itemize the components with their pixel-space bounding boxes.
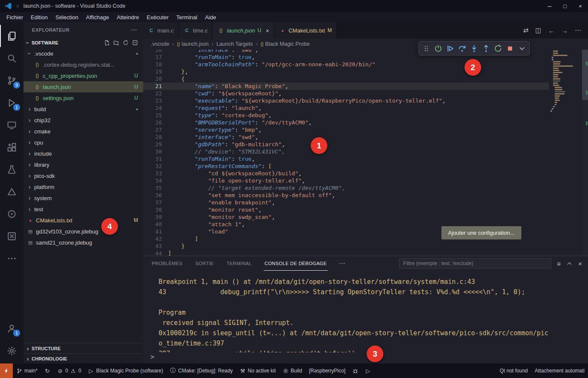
editor-scrollbar[interactable] [582, 50, 588, 256]
close-button[interactable]: × [573, 0, 588, 12]
close-icon[interactable]: × [265, 27, 269, 34]
navigate-forward-icon[interactable]: → [562, 27, 568, 34]
console-filter-input[interactable] [399, 258, 551, 269]
step-into-button[interactable] [469, 43, 479, 54]
maximize-panel-icon[interactable] [566, 260, 573, 267]
tab-launch-json[interactable]: {}launch.jsonU× [213, 22, 274, 38]
collapse-all-icon[interactable] [132, 40, 138, 46]
tab-main-c[interactable]: Cmain.c [143, 22, 179, 38]
tree-item-chip32[interactable]: ›chip32 [24, 115, 143, 126]
activitybar-testing[interactable] [0, 158, 24, 180]
statusbar-build[interactable]: Build [279, 363, 306, 378]
maximize-button[interactable]: □ [557, 0, 573, 12]
statusbar-sync[interactable]: ↻ [41, 363, 54, 378]
section-chronologie[interactable]: ›CHRONOLOGIE [24, 353, 143, 363]
tree-item-platform[interactable]: ›platform [24, 181, 143, 192]
tree-item-test[interactable]: ›test [24, 204, 143, 215]
breadcrumb-item-vscode[interactable]: .vscode [151, 41, 169, 47]
activitybar-source-control[interactable]: 9 [0, 69, 24, 92]
open-changes-icon[interactable]: ⇄ [523, 27, 529, 34]
tree-item-c-cpp-properties-json[interactable]: {}c_cpp_properties.jsonU [24, 70, 143, 81]
tree-item-gd32vf103-ozone-jdebug[interactable]: ▤gd32vf103_ozone.jdebug [24, 226, 143, 237]
close-panel-icon[interactable]: × [578, 260, 582, 267]
tree-item-cortex-debug-registers-stat[interactable]: {}.cortex-debug.registers.stat... [24, 59, 143, 70]
continue-button[interactable] [433, 43, 444, 54]
run-to-cursor-button[interactable] [445, 43, 456, 54]
statusbar-cmake-status[interactable]: ⓘCMake: [Debug]: Ready [167, 363, 236, 378]
menu-s-lection[interactable]: Sélection [52, 12, 82, 22]
panel-tab-console-de-d-bogage[interactable]: CONSOLE DE DÉBOGAGE [264, 256, 328, 271]
drag-handle[interactable] [421, 43, 432, 54]
new-file-icon[interactable] [104, 40, 110, 46]
menu-ex-cuter[interactable]: Exécuter [143, 12, 172, 22]
add-configuration-button[interactable]: Ajouter une configuration... [441, 226, 521, 239]
menu-fichier[interactable]: Fichier [3, 12, 27, 22]
panel-more-icon[interactable]: ⋯ [339, 260, 345, 267]
statusbar-debug-target[interactable]: ▷Black Magic Probe (software) [85, 363, 167, 378]
activitybar-search[interactable] [0, 47, 24, 69]
toolbar-more-button[interactable] [517, 43, 527, 54]
breadcrumb-item-black-magic-probe[interactable]: {}Black Magic Probe [261, 41, 310, 47]
more-actions-icon[interactable]: ⋯ [575, 27, 581, 34]
tree-item-build[interactable]: ›build● [24, 103, 143, 115]
activitybar-run-and-debug[interactable]: 1 [0, 92, 24, 114]
tab-label: main.c [157, 27, 173, 34]
menu-edition[interactable]: Edition [27, 12, 52, 22]
activitybar-remote-explorer[interactable] [0, 114, 24, 136]
statusbar-git-branch[interactable]: main* [13, 363, 41, 378]
activitybar-extensions[interactable] [0, 136, 24, 158]
minimize-button[interactable]: ─ [542, 0, 557, 12]
tree-item-cpu[interactable]: ›cpu [24, 137, 143, 148]
workspace-section-header[interactable]: › SOFTWARE [24, 38, 143, 48]
tree-item-cmakelists-txt[interactable]: ▲CMakeLists.txtM [24, 215, 143, 226]
activitybar-more-views[interactable] [0, 247, 24, 269]
activitybar-extension-b[interactable] [0, 225, 24, 247]
refresh-icon[interactable] [123, 40, 129, 46]
statusbar-cmake-variant[interactable]: [RaspberryPico] [306, 363, 349, 378]
tab-time-c[interactable]: Ctime.c [179, 22, 213, 38]
split-editor-icon[interactable]: ◫ [535, 27, 541, 34]
statusbar-problems[interactable]: ⊘0⚠0 [54, 363, 85, 378]
restart-button[interactable] [493, 43, 503, 54]
activitybar-explorer[interactable] [0, 25, 24, 47]
tree-item-library[interactable]: ›library [24, 159, 143, 170]
menu-atteindre[interactable]: Atteindre [113, 12, 143, 22]
menu-terminal[interactable]: Terminal [173, 12, 201, 22]
menu-aide[interactable]: Aide [201, 12, 220, 22]
clear-console-icon[interactable]: ≡ [557, 260, 561, 267]
statusbar-launch[interactable]: ▷ [362, 363, 374, 378]
tree-item-settings-json[interactable]: {}settings.jsonU [24, 92, 143, 103]
tab-cmakelists-txt[interactable]: ▲CMakeLists.txtM [274, 22, 337, 38]
panel-tab-terminal[interactable]: TERMINAL [226, 256, 253, 271]
minimap[interactable] [550, 50, 581, 112]
statusbar-active-kit[interactable]: ⚒No active kit [236, 363, 279, 378]
tree-item-include[interactable]: ›include [24, 148, 143, 159]
tree-item-vscode[interactable]: ›.vscode● [24, 48, 143, 59]
statusbar-qt-status[interactable]: Qt not found [496, 363, 531, 378]
navigate-back-icon[interactable]: ← [548, 27, 555, 34]
new-folder-icon[interactable] [113, 40, 119, 46]
section-structure[interactable]: ›STRUCTURE [24, 343, 143, 353]
statusbar-auto-attach[interactable]: Attachement automati [531, 363, 588, 378]
breadcrumb-item-launch-targets[interactable]: Launch Targets [216, 41, 253, 47]
activitybar-accounts[interactable]: 1 [0, 317, 24, 340]
remote-indicator[interactable] [0, 363, 13, 378]
tree-item-samd21-ozone-jdebug[interactable]: ▤samd21_ozone.jdebug [24, 237, 143, 248]
tree-item-system[interactable]: ›system [24, 192, 143, 204]
step-over-button[interactable] [457, 43, 467, 54]
menu-affichage[interactable]: Affichage [82, 12, 113, 22]
stop-button[interactable] [505, 43, 515, 54]
activitybar-extension-a[interactable] [0, 203, 24, 225]
activitybar-settings[interactable] [0, 340, 24, 362]
panel-tab-probl-mes[interactable]: PROBLÈMES [151, 256, 183, 271]
breadcrumb-item-launch-json[interactable]: {}launch.json [177, 41, 209, 47]
tree-item-cmake[interactable]: ›cmake [24, 126, 143, 137]
statusbar-debug[interactable] [349, 363, 362, 378]
activitybar-cmake[interactable] [0, 180, 24, 203]
explorer-more-icon[interactable]: ⋯ [130, 26, 137, 34]
tree-item-launch-json[interactable]: {}launch.jsonU [24, 81, 143, 92]
panel-tab-sortie[interactable]: SORTIE [194, 256, 215, 271]
step-out-button[interactable] [481, 43, 491, 54]
tree-item-pico-sdk[interactable]: ›pico-sdk [24, 170, 143, 181]
debug-console-input[interactable]: > [143, 352, 588, 363]
